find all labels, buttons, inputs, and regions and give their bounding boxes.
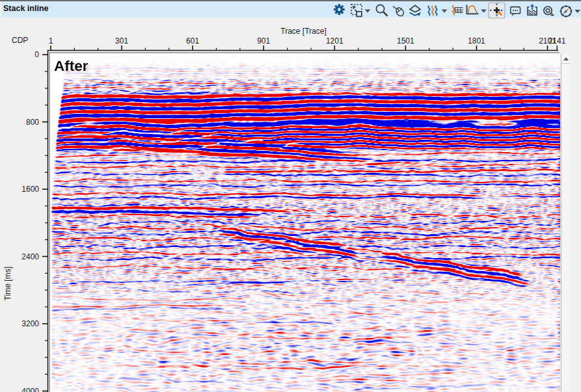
svg-text:2400: 2400 xyxy=(21,252,39,261)
svg-text:1: 1 xyxy=(49,36,53,46)
svg-text:3200: 3200 xyxy=(21,319,39,328)
svg-text:301: 301 xyxy=(115,36,128,46)
svg-text:1801: 1801 xyxy=(468,36,485,46)
svg-text:2141: 2141 xyxy=(548,36,566,46)
svg-text:1501: 1501 xyxy=(397,36,414,46)
svg-text:1600: 1600 xyxy=(21,185,39,194)
svg-text:0: 0 xyxy=(34,50,39,59)
svg-text:901: 901 xyxy=(257,36,270,46)
svg-text:1201: 1201 xyxy=(326,36,344,46)
svg-text:800: 800 xyxy=(26,118,39,127)
svg-text:4000: 4000 xyxy=(21,387,39,392)
svg-text:601: 601 xyxy=(186,36,199,46)
